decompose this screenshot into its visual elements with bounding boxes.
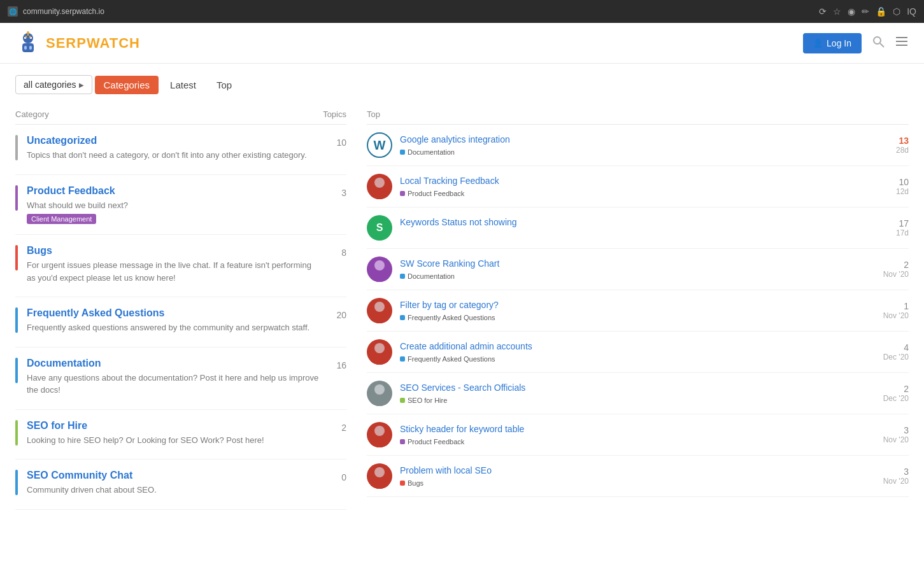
category-info: Bugs For urgent issues please message in…: [27, 245, 321, 286]
category-topics-count: 10: [331, 135, 346, 148]
login-button[interactable]: Log In: [803, 33, 862, 53]
topic-title[interactable]: SW Score Ranking Chart: [400, 258, 873, 269]
tab-top[interactable]: Top: [208, 76, 241, 94]
category-sub-tags: Client Management: [27, 214, 321, 224]
svg-point-16: [371, 189, 388, 199]
topic-category-dot: [400, 481, 405, 486]
topic-stats: 2 Nov '20: [881, 260, 909, 279]
svg-point-23: [374, 384, 385, 395]
category-info: SEO for Hire Looking to hire SEO help? O…: [27, 420, 321, 449]
svg-line-11: [880, 43, 884, 47]
browser-star-icon: ☆: [833, 6, 841, 17]
avatar: [367, 422, 392, 447]
topic-title[interactable]: Local Tracking Feedback: [400, 176, 873, 186]
category-name[interactable]: Bugs: [27, 245, 321, 256]
avatar: [367, 256, 392, 282]
category-name[interactable]: SEO Community Chat: [27, 470, 321, 481]
category-name[interactable]: Uncategorized: [27, 135, 321, 146]
topic-replies: 2: [881, 260, 909, 270]
topic-replies: 13: [881, 136, 909, 146]
category-row-documentation: Documentation Have any questions about t…: [15, 348, 346, 410]
topic-replies: 1: [881, 301, 909, 311]
topic-title[interactable]: Keywords Status not showing: [400, 217, 873, 227]
topic-replies: 2: [881, 384, 909, 394]
topic-info: Problem with local SEo Bugs: [400, 465, 873, 488]
topic-category-dot: [400, 398, 405, 403]
svg-point-17: [374, 260, 385, 270]
main-content: Category Topics Uncategorized Topics tha…: [0, 104, 924, 510]
topic-title[interactable]: Google analytics integration: [400, 134, 873, 144]
topic-info: Google analytics integration Documentati…: [400, 134, 873, 157]
topic-category-name: Bugs: [408, 479, 423, 487]
categories-panel: Category Topics Uncategorized Topics tha…: [15, 104, 346, 510]
svg-point-28: [371, 479, 388, 489]
svg-rect-5: [22, 43, 34, 52]
all-categories-dropdown[interactable]: all categories: [15, 75, 92, 94]
topic-category-dot: [400, 439, 405, 444]
category-color-bar: [15, 135, 18, 160]
category-desc: What should we build next?: [27, 199, 321, 212]
top-panel: Top W Google analytics integration Docum…: [367, 104, 909, 510]
tab-latest[interactable]: Latest: [161, 76, 205, 94]
top-panel-col-label: Top: [367, 109, 380, 119]
topic-date: 17d: [881, 228, 909, 237]
tab-categories[interactable]: Categories: [95, 76, 159, 94]
topic-row: Local Tracking Feedback Product Feedback…: [367, 166, 909, 207]
topic-stats: 3 Nov '20: [881, 467, 909, 486]
category-name[interactable]: Product Feedback: [27, 185, 321, 197]
browser-ext3-icon: ⬡: [893, 6, 900, 17]
topic-stats: 17 17d: [881, 218, 909, 237]
topic-date: Nov '20: [881, 477, 909, 486]
category-color-bar: [15, 185, 18, 211]
logo-area: SERPWATCH: [15, 31, 803, 56]
browser-url: community.serpwatch.io: [23, 7, 104, 16]
svg-point-27: [374, 467, 385, 477]
svg-rect-6: [24, 46, 27, 50]
category-info: SEO Community Chat Community driven chat…: [27, 470, 321, 499]
category-color-bar: [15, 420, 18, 446]
category-topics-count: 16: [331, 358, 346, 370]
topic-title[interactable]: SEO Services - Search Officials: [400, 383, 873, 393]
menu-icon[interactable]: [895, 34, 909, 52]
category-desc: Looking to hire SEO help? Or Looking for…: [27, 434, 321, 447]
category-row-uncategorized: Uncategorized Topics that don't need a c…: [15, 125, 346, 175]
svg-rect-3: [25, 36, 27, 38]
topic-row: Create additional admin accounts Frequen…: [367, 332, 909, 373]
topic-date: Dec '20: [881, 353, 909, 362]
category-desc: Frequently asked questions answered by t…: [27, 321, 321, 334]
category-desc: Have any questions about the documentati…: [27, 372, 321, 397]
category-topics-count: 0: [331, 470, 346, 482]
topic-category-tag: Frequently Asked Questions: [400, 314, 495, 321]
svg-point-22: [371, 355, 388, 365]
topic-title[interactable]: Problem with local SEo: [400, 465, 873, 475]
header-actions: Log In: [803, 33, 909, 53]
topic-title[interactable]: Sticky header for keyword table: [400, 424, 873, 434]
topic-replies: 4: [881, 342, 909, 353]
topic-category-tag: Documentation: [400, 272, 455, 280]
topic-info: Sticky header for keyword table Product …: [400, 424, 873, 446]
avatar: [367, 463, 392, 489]
search-icon[interactable]: [872, 35, 885, 51]
site-header: SERPWATCH Log In: [0, 23, 924, 64]
topic-title[interactable]: Filter by tag or category?: [400, 300, 873, 310]
topic-date: Dec '20: [881, 394, 909, 403]
category-name[interactable]: Documentation: [27, 358, 321, 369]
svg-point-10: [874, 37, 881, 44]
category-name[interactable]: Frequently Asked Questions: [27, 307, 321, 319]
category-row-seo-community-chat: SEO Community Chat Community driven chat…: [15, 460, 346, 510]
topic-row: Problem with local SEo Bugs 3 Nov '20: [367, 456, 909, 497]
topic-category-dot: [400, 191, 405, 196]
browser-favicon: 🌐: [8, 6, 18, 17]
svg-point-19: [374, 302, 385, 312]
svg-point-25: [374, 426, 385, 436]
category-name[interactable]: SEO for Hire: [27, 420, 321, 432]
category-color-bar: [15, 307, 18, 333]
topic-title[interactable]: Create additional admin accounts: [400, 341, 873, 351]
topic-category-dot: [400, 315, 405, 320]
svg-point-20: [371, 313, 388, 323]
topic-info: Keywords Status not showing: [400, 217, 873, 239]
category-topics-count: 20: [331, 307, 346, 320]
topic-row: W Google analytics integration Documenta…: [367, 125, 909, 166]
svg-point-9: [27, 31, 29, 34]
topic-stats: 2 Dec '20: [881, 384, 909, 403]
